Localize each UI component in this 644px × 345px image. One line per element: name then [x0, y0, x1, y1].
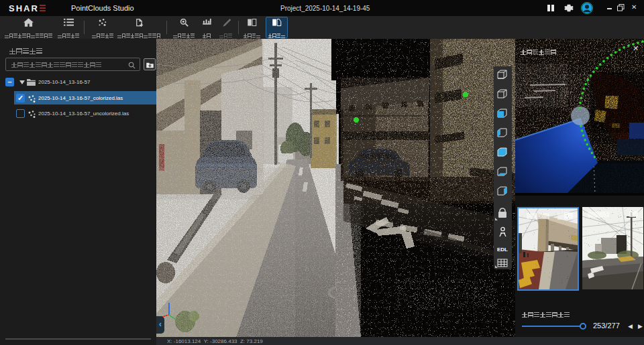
svg-text:EDL: EDL [497, 247, 508, 253]
